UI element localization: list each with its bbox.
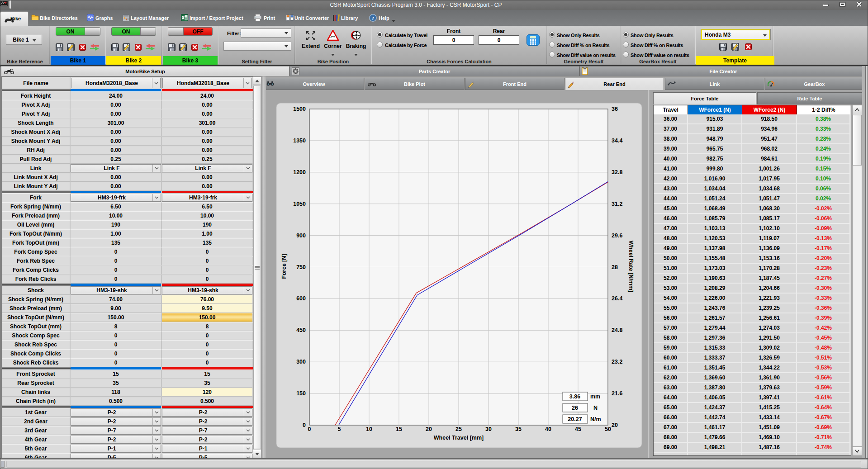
svg-text:750: 750 (296, 264, 306, 270)
svg-text:?: ? (372, 15, 375, 21)
svg-text:15: 15 (396, 426, 402, 432)
svg-text:Wheel Rate [N/mm]: Wheel Rate [N/mm] (628, 241, 634, 292)
svg-text:1200: 1200 (293, 169, 306, 175)
svg-text:1350: 1350 (293, 137, 306, 144)
svg-text:0: 0 (308, 426, 311, 432)
svg-text:45: 45 (575, 426, 581, 432)
svg-text:5: 5 (338, 426, 341, 432)
svg-text:Wheel Travel [mm]: Wheel Travel [mm] (434, 435, 484, 441)
svg-text:0: 0 (303, 422, 306, 428)
svg-text:24.8: 24.8 (612, 327, 622, 333)
svg-text:300: 300 (296, 359, 306, 365)
svg-text:N: N (593, 405, 598, 411)
svg-text:31.2: 31.2 (612, 201, 622, 207)
svg-text:26: 26 (572, 405, 578, 411)
svg-text:900: 900 (296, 232, 306, 239)
svg-text:mm: mm (590, 393, 600, 400)
svg-text:23.2: 23.2 (612, 359, 622, 365)
svg-text:36: 36 (612, 106, 618, 112)
svg-text:21.6: 21.6 (612, 390, 622, 397)
svg-text:1500: 1500 (293, 106, 306, 112)
svg-text:150: 150 (296, 390, 306, 397)
svg-text:34.4: 34.4 (612, 137, 622, 144)
svg-text:35: 35 (515, 426, 522, 432)
svg-text:10: 10 (366, 426, 372, 432)
svg-text:28: 28 (612, 264, 618, 270)
svg-text:1050: 1050 (293, 201, 306, 207)
svg-text:450: 450 (296, 327, 306, 333)
svg-text:26.4: 26.4 (612, 295, 622, 302)
svg-text:600: 600 (296, 295, 306, 302)
svg-text:20.27: 20.27 (568, 416, 582, 422)
svg-text:20: 20 (612, 422, 618, 428)
svg-text:29.6: 29.6 (612, 232, 622, 239)
svg-text:32.8: 32.8 (612, 169, 622, 175)
svg-text:25: 25 (455, 426, 462, 432)
svg-text:50: 50 (605, 426, 611, 432)
svg-text:N/m: N/m (590, 416, 601, 422)
svg-text:20: 20 (426, 426, 432, 432)
svg-text:3.86: 3.86 (569, 393, 580, 400)
svg-text:40: 40 (545, 426, 551, 432)
svg-text:Force [N]: Force [N] (281, 254, 287, 279)
svg-text:30: 30 (485, 426, 492, 432)
